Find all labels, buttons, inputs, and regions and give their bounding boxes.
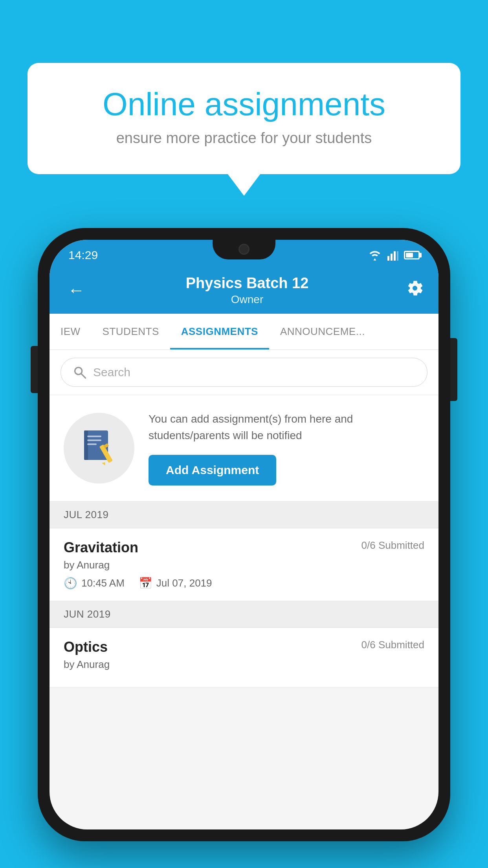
search-icon [73,365,87,379]
signal-icon [387,250,398,261]
speech-bubble-container: Online assignments ensure more practice … [28,63,460,174]
speech-bubble: Online assignments ensure more practice … [28,63,460,174]
status-icons [368,250,420,261]
svg-rect-3 [397,251,398,261]
phone-screen: 14:29 [50,240,438,829]
svg-rect-10 [87,443,97,445]
tabs-container: IEW STUDENTS ASSIGNMENTS ANNOUNCEME... [50,314,438,350]
battery-fill [406,253,413,257]
assignment-meta: 🕙 10:45 AM 📅 Jul 07, 2019 [64,577,424,590]
app-bar-title-group: Physics Batch 12 Owner [186,275,309,306]
assignment-header-optics: Optics 0/6 Submitted [64,639,424,655]
tab-iew[interactable]: IEW [50,314,92,349]
status-time: 14:29 [68,248,98,262]
tab-students[interactable]: STUDENTS [92,314,170,349]
phone-device: 14:29 [38,228,450,841]
assignment-author-optics: by Anurag [64,658,424,671]
phone-camera [238,244,250,255]
svg-rect-7 [84,430,88,460]
app-bar: ← Physics Batch 12 Owner [50,267,438,314]
assignment-time: 🕙 10:45 AM [64,577,125,590]
assignment-item-gravitation[interactable]: Gravitation 0/6 Submitted by Anurag 🕙 10… [50,528,438,601]
tab-assignments[interactable]: ASSIGNMENTS [170,314,269,349]
assignment-submitted: 0/6 Submitted [361,539,424,552]
promo-description: You can add assignment(s) from here and … [149,411,424,444]
phone-power-button [450,338,457,401]
assignment-submitted-optics: 0/6 Submitted [361,639,424,651]
calendar-icon: 📅 [139,577,152,590]
assignment-title-optics: Optics [64,639,108,655]
month-header-jul: JUL 2019 [50,502,438,528]
clock-icon: 🕙 [64,577,77,590]
svg-line-5 [81,373,85,378]
notebook-icon [79,428,119,468]
svg-rect-1 [391,254,393,261]
add-assignment-button[interactable]: Add Assignment [149,455,276,485]
svg-rect-9 [87,440,101,441]
month-header-jun: JUN 2019 [50,601,438,628]
back-button[interactable]: ← [64,276,89,304]
assignment-title: Gravitation [64,539,138,556]
app-bar-subtitle: Owner [186,293,309,306]
tab-announcements[interactable]: ANNOUNCEME... [269,314,376,349]
assignment-header: Gravitation 0/6 Submitted [64,539,424,556]
settings-button[interactable] [405,279,424,302]
search-placeholder: Search [93,366,130,379]
svg-rect-2 [394,251,396,261]
svg-marker-12 [102,461,106,466]
phone-frame: 14:29 [38,228,450,841]
speech-bubble-subtitle: ensure more practice for your students [55,130,433,147]
assignment-item-optics[interactable]: Optics 0/6 Submitted by Anurag [50,628,438,688]
phone-notch [213,240,275,259]
phone-volume-button [31,346,38,393]
search-input-wrapper[interactable]: Search [61,358,427,387]
search-container: Search [50,350,438,395]
promo-section: You can add assignment(s) from here and … [50,395,438,502]
promo-icon-circle [64,413,134,484]
battery-icon [404,251,420,259]
svg-rect-0 [387,256,389,261]
speech-bubble-title: Online assignments [55,86,433,122]
app-bar-title: Physics Batch 12 [186,275,309,292]
assignment-author: by Anurag [64,559,424,571]
wifi-icon [368,250,382,261]
svg-rect-8 [87,436,101,437]
assignment-date: 📅 Jul 07, 2019 [139,577,212,590]
promo-content: You can add assignment(s) from here and … [149,411,424,485]
